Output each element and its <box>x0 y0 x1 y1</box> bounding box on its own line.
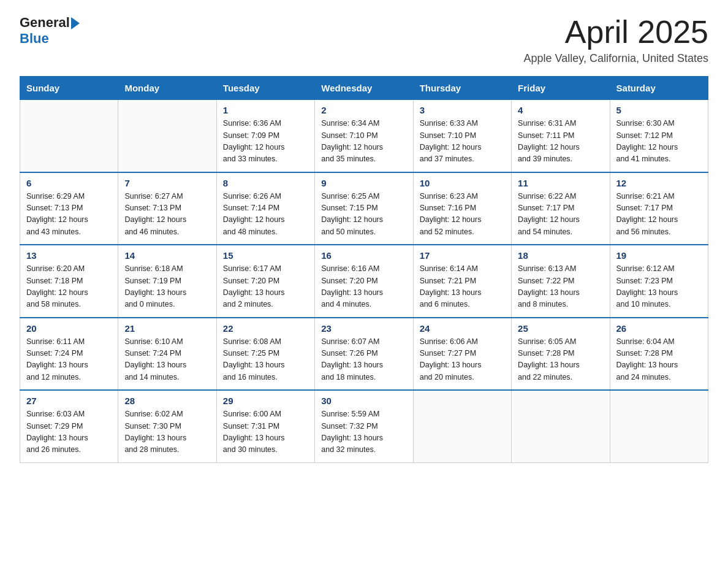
day-info: Sunrise: 6:11 AMSunset: 7:24 PMDaylight:… <box>26 336 112 384</box>
day-info: Sunrise: 6:03 AMSunset: 7:29 PMDaylight:… <box>26 408 112 456</box>
weekday-header-friday: Friday <box>512 77 610 100</box>
day-info: Sunrise: 6:29 AMSunset: 7:13 PMDaylight:… <box>26 191 112 239</box>
calendar-cell: 2Sunrise: 6:34 AMSunset: 7:10 PMDaylight… <box>315 100 413 172</box>
day-info: Sunrise: 6:14 AMSunset: 7:21 PMDaylight:… <box>420 263 505 311</box>
calendar-cell: 4Sunrise: 6:31 AMSunset: 7:11 PMDaylight… <box>512 100 610 172</box>
day-info: Sunrise: 6:36 AMSunset: 7:09 PMDaylight:… <box>223 118 308 166</box>
calendar-cell: 14Sunrise: 6:18 AMSunset: 7:19 PMDayligh… <box>118 245 216 318</box>
day-number: 9 <box>321 178 406 188</box>
day-info: Sunrise: 6:31 AMSunset: 7:11 PMDaylight:… <box>518 118 603 166</box>
calendar-cell: 29Sunrise: 6:00 AMSunset: 7:31 PMDayligh… <box>216 390 314 462</box>
day-number: 24 <box>420 323 505 334</box>
calendar-cell: 10Sunrise: 6:23 AMSunset: 7:16 PMDayligh… <box>413 172 511 245</box>
day-info: Sunrise: 5:59 AMSunset: 7:32 PMDaylight:… <box>321 408 406 456</box>
calendar-cell: 17Sunrise: 6:14 AMSunset: 7:21 PMDayligh… <box>413 245 511 318</box>
weekday-header-tuesday: Tuesday <box>216 77 314 100</box>
day-number: 19 <box>616 250 702 261</box>
calendar-cell <box>20 100 118 172</box>
day-number: 11 <box>518 178 603 188</box>
calendar-week-row: 1Sunrise: 6:36 AMSunset: 7:09 PMDaylight… <box>20 100 708 172</box>
calendar-cell <box>118 100 216 172</box>
calendar-cell <box>610 390 708 462</box>
calendar-cell: 7Sunrise: 6:27 AMSunset: 7:13 PMDaylight… <box>118 172 216 245</box>
logo-general-text: General <box>20 15 70 31</box>
day-number: 27 <box>26 396 112 406</box>
day-number: 20 <box>26 323 112 334</box>
day-info: Sunrise: 6:26 AMSunset: 7:14 PMDaylight:… <box>223 191 308 239</box>
calendar-cell: 11Sunrise: 6:22 AMSunset: 7:17 PMDayligh… <box>512 172 610 245</box>
calendar-cell: 12Sunrise: 6:21 AMSunset: 7:17 PMDayligh… <box>610 172 708 245</box>
calendar-location: Apple Valley, California, United States <box>524 52 709 65</box>
day-info: Sunrise: 6:00 AMSunset: 7:31 PMDaylight:… <box>223 408 308 456</box>
calendar-table: SundayMondayTuesdayWednesdayThursdayFrid… <box>20 76 708 463</box>
day-info: Sunrise: 6:04 AMSunset: 7:28 PMDaylight:… <box>616 336 702 384</box>
calendar-cell <box>512 390 610 462</box>
calendar-cell: 28Sunrise: 6:02 AMSunset: 7:30 PMDayligh… <box>118 390 216 462</box>
weekday-header-sunday: Sunday <box>20 77 118 100</box>
day-number: 25 <box>518 323 603 334</box>
calendar-cell: 3Sunrise: 6:33 AMSunset: 7:10 PMDaylight… <box>413 100 511 172</box>
calendar-header-row: SundayMondayTuesdayWednesdayThursdayFrid… <box>20 77 708 100</box>
day-info: Sunrise: 6:17 AMSunset: 7:20 PMDaylight:… <box>223 263 308 311</box>
day-info: Sunrise: 6:34 AMSunset: 7:10 PMDaylight:… <box>321 118 406 166</box>
day-number: 18 <box>518 250 603 261</box>
day-number: 29 <box>223 396 308 406</box>
calendar-cell: 15Sunrise: 6:17 AMSunset: 7:20 PMDayligh… <box>216 245 314 318</box>
day-info: Sunrise: 6:22 AMSunset: 7:17 PMDaylight:… <box>518 191 603 239</box>
day-number: 16 <box>321 250 406 261</box>
calendar-cell: 23Sunrise: 6:07 AMSunset: 7:26 PMDayligh… <box>315 318 413 391</box>
day-number: 14 <box>124 250 210 261</box>
calendar-cell: 1Sunrise: 6:36 AMSunset: 7:09 PMDaylight… <box>216 100 314 172</box>
day-number: 1 <box>223 105 308 115</box>
day-info: Sunrise: 6:06 AMSunset: 7:27 PMDaylight:… <box>420 336 505 384</box>
day-number: 17 <box>420 250 505 261</box>
calendar-cell: 5Sunrise: 6:30 AMSunset: 7:12 PMDaylight… <box>610 100 708 172</box>
day-info: Sunrise: 6:13 AMSunset: 7:22 PMDaylight:… <box>518 263 603 311</box>
day-number: 26 <box>616 323 702 334</box>
day-info: Sunrise: 6:05 AMSunset: 7:28 PMDaylight:… <box>518 336 603 384</box>
calendar-week-row: 13Sunrise: 6:20 AMSunset: 7:18 PMDayligh… <box>20 245 708 318</box>
calendar-week-row: 27Sunrise: 6:03 AMSunset: 7:29 PMDayligh… <box>20 390 708 462</box>
calendar-cell: 9Sunrise: 6:25 AMSunset: 7:15 PMDaylight… <box>315 172 413 245</box>
weekday-header-monday: Monday <box>118 77 216 100</box>
calendar-cell: 19Sunrise: 6:12 AMSunset: 7:23 PMDayligh… <box>610 245 708 318</box>
day-info: Sunrise: 6:27 AMSunset: 7:13 PMDaylight:… <box>124 191 210 239</box>
day-number: 3 <box>420 105 505 115</box>
day-info: Sunrise: 6:10 AMSunset: 7:24 PMDaylight:… <box>124 336 210 384</box>
day-number: 8 <box>223 178 308 188</box>
day-info: Sunrise: 6:25 AMSunset: 7:15 PMDaylight:… <box>321 191 406 239</box>
calendar-cell: 22Sunrise: 6:08 AMSunset: 7:25 PMDayligh… <box>216 318 314 391</box>
weekday-header-thursday: Thursday <box>413 77 511 100</box>
calendar-title: April 2025 <box>524 15 709 50</box>
day-number: 12 <box>616 178 702 188</box>
day-info: Sunrise: 6:30 AMSunset: 7:12 PMDaylight:… <box>616 118 702 166</box>
calendar-cell <box>413 390 511 462</box>
calendar-week-row: 6Sunrise: 6:29 AMSunset: 7:13 PMDaylight… <box>20 172 708 245</box>
logo: General Blue <box>20 15 80 47</box>
day-info: Sunrise: 6:33 AMSunset: 7:10 PMDaylight:… <box>420 118 505 166</box>
calendar-cell: 27Sunrise: 6:03 AMSunset: 7:29 PMDayligh… <box>20 390 118 462</box>
calendar-cell: 20Sunrise: 6:11 AMSunset: 7:24 PMDayligh… <box>20 318 118 391</box>
day-number: 21 <box>124 323 210 334</box>
day-number: 7 <box>124 178 210 188</box>
day-number: 5 <box>616 105 702 115</box>
day-info: Sunrise: 6:12 AMSunset: 7:23 PMDaylight:… <box>616 263 702 311</box>
weekday-header-saturday: Saturday <box>610 77 708 100</box>
page-header: General Blue April 2025 Apple Valley, Ca… <box>20 15 708 65</box>
logo-arrow-icon <box>71 17 80 29</box>
day-number: 10 <box>420 178 505 188</box>
calendar-week-row: 20Sunrise: 6:11 AMSunset: 7:24 PMDayligh… <box>20 318 708 391</box>
day-info: Sunrise: 6:20 AMSunset: 7:18 PMDaylight:… <box>26 263 112 311</box>
calendar-cell: 26Sunrise: 6:04 AMSunset: 7:28 PMDayligh… <box>610 318 708 391</box>
day-number: 28 <box>124 396 210 406</box>
calendar-cell: 25Sunrise: 6:05 AMSunset: 7:28 PMDayligh… <box>512 318 610 391</box>
day-info: Sunrise: 6:23 AMSunset: 7:16 PMDaylight:… <box>420 191 505 239</box>
day-number: 22 <box>223 323 308 334</box>
day-number: 6 <box>26 178 112 188</box>
day-info: Sunrise: 6:07 AMSunset: 7:26 PMDaylight:… <box>321 336 406 384</box>
calendar-cell: 16Sunrise: 6:16 AMSunset: 7:20 PMDayligh… <box>315 245 413 318</box>
calendar-cell: 8Sunrise: 6:26 AMSunset: 7:14 PMDaylight… <box>216 172 314 245</box>
day-number: 30 <box>321 396 406 406</box>
calendar-cell: 6Sunrise: 6:29 AMSunset: 7:13 PMDaylight… <box>20 172 118 245</box>
calendar-cell: 21Sunrise: 6:10 AMSunset: 7:24 PMDayligh… <box>118 318 216 391</box>
